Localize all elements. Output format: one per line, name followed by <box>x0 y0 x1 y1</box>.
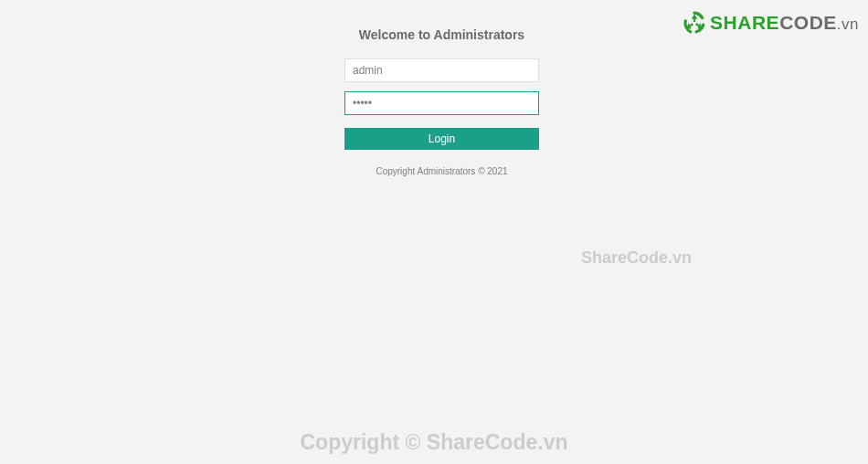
recycle-arrows-icon <box>683 11 706 35</box>
username-input[interactable] <box>344 58 539 82</box>
logo-share-text: SHARE <box>710 12 779 33</box>
brand-logo: SHARECODE.vn <box>683 11 859 35</box>
login-button[interactable]: Login <box>344 128 539 150</box>
watermark-center-text: ShareCode.vn <box>581 248 692 268</box>
watermark-bottom-text: Copyright © ShareCode.vn <box>0 430 868 455</box>
brand-logo-text: SHARECODE.vn <box>710 12 859 34</box>
login-form: Welcome to Administrators Login Copyrigh… <box>344 27 539 176</box>
logo-code-text: CODE <box>779 12 837 33</box>
password-input[interactable] <box>344 91 539 115</box>
form-copyright: Copyright Administrators © 2021 <box>344 166 539 176</box>
page-title: Welcome to Administrators <box>344 27 539 42</box>
logo-vn-text: .vn <box>837 16 859 33</box>
